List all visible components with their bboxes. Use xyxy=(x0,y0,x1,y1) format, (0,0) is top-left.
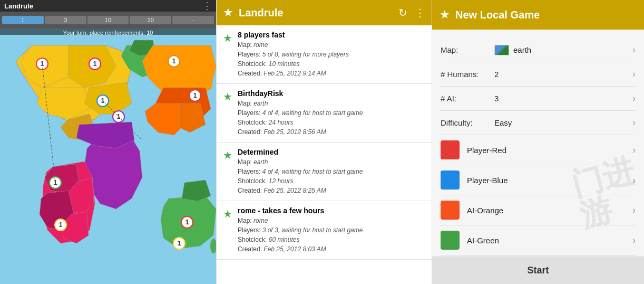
player-row[interactable]: Player-Blue › xyxy=(441,165,636,195)
middle-title: Landrule xyxy=(239,7,393,19)
player-color-swatch xyxy=(441,201,460,220)
difficulty-value-container: Easy xyxy=(494,118,626,127)
ai-chevron-icon: › xyxy=(632,93,636,104)
svg-text:1: 1 xyxy=(93,60,97,68)
player-color-swatch xyxy=(441,140,460,159)
player-color-swatch xyxy=(441,231,460,250)
map-value-container: earth xyxy=(494,45,626,55)
start-button-row[interactable]: Start xyxy=(432,257,644,284)
game-star-icon: ★ xyxy=(223,207,232,220)
game-details: Map: rome Players: 5 of 8, waiting for m… xyxy=(238,40,425,78)
refresh-icon[interactable]: ↻ xyxy=(398,6,407,19)
game-star-icon: ★ xyxy=(223,32,232,44)
svg-text:1: 1 xyxy=(59,221,63,229)
player-row[interactable]: Player-Red › xyxy=(441,135,636,165)
difficulty-setting-row[interactable]: Difficulty: Easy › xyxy=(441,111,636,135)
middle-panel: ★ Landrule ↻ ⋮ ★ 8 players fast Map: rom… xyxy=(216,0,432,284)
game-list: ★ 8 players fast Map: rome Players: 5 of… xyxy=(217,25,432,284)
map-value-text: earth xyxy=(513,45,531,54)
list-item[interactable]: ★ 8 players fast Map: rome Players: 5 of… xyxy=(217,25,432,84)
svg-text:1: 1 xyxy=(172,58,176,65)
svg-text:1: 1 xyxy=(193,92,197,99)
list-item[interactable]: ★ rome - takes a few hours Map: rome Pla… xyxy=(217,201,432,260)
middle-header-actions: ↻ ⋮ xyxy=(398,6,425,19)
humans-setting-row[interactable]: # Humans: 2 › xyxy=(441,62,636,87)
list-item[interactable]: ★ BirthdayRisk Map: earth Players: 4 of … xyxy=(217,84,432,143)
svg-point-23 xyxy=(210,239,216,253)
right-body: Map: earth › # Humans: 2 › # AI: 3 › Dif… xyxy=(432,30,644,257)
humans-value-container: 2 xyxy=(494,70,626,79)
game-details: Map: earth Players: 4 of 4, waiting for … xyxy=(238,99,425,137)
middle-header: ★ Landrule ↻ ⋮ xyxy=(217,0,432,25)
difficulty-chevron-icon: › xyxy=(632,117,636,128)
humans-value-text: 2 xyxy=(494,70,499,79)
svg-text:1: 1 xyxy=(178,240,181,247)
map-label: Map: xyxy=(441,45,488,54)
player-chevron-icon: › xyxy=(632,145,636,156)
left-title: Landrule xyxy=(4,2,33,10)
map-chevron-icon: › xyxy=(632,44,636,55)
middle-star-icon: ★ xyxy=(223,6,233,20)
humans-label: # Humans: xyxy=(441,70,488,79)
list-item[interactable]: ★ Determined Map: earth Players: 4 of 4,… xyxy=(217,143,432,201)
right-star-icon: ★ xyxy=(440,8,450,22)
turn-step-10[interactable]: 10 xyxy=(87,16,129,24)
difficulty-label: Difficulty: xyxy=(441,118,488,127)
game-title: rome - takes a few hours xyxy=(238,206,425,215)
game-title: BirthdayRisk xyxy=(238,89,425,98)
right-title: New Local Game xyxy=(455,9,540,21)
player-row[interactable]: AI-Green › xyxy=(441,225,636,255)
ai-value-text: 3 xyxy=(494,94,499,103)
map-area: 1 1 1 1 1 1 1 1 1 1 xyxy=(0,29,216,284)
player-name: AI-Green xyxy=(467,236,499,245)
game-info: 8 players fast Map: rome Players: 5 of 8… xyxy=(238,31,425,78)
left-panel: Landrule ⋮ 1 3 10 20 - Your turn, place … xyxy=(0,0,216,284)
game-title: Determined xyxy=(238,148,425,156)
turn-step-3[interactable]: 3 xyxy=(45,16,86,24)
svg-text:1: 1 xyxy=(186,219,189,226)
player-chevron-icon: › xyxy=(632,235,636,246)
middle-menu-icon[interactable]: ⋮ xyxy=(415,6,425,19)
difficulty-value-text: Easy xyxy=(494,118,512,127)
player-chevron-icon: › xyxy=(632,205,636,216)
left-header: Landrule ⋮ xyxy=(0,0,216,12)
player-chevron-icon: › xyxy=(632,175,636,186)
turn-step-20[interactable]: 20 xyxy=(130,16,171,24)
player-row[interactable]: AI-Orange › xyxy=(441,195,636,225)
right-header: ★ New Local Game xyxy=(432,0,644,30)
ai-value-container: 3 xyxy=(494,94,626,103)
ai-setting-row[interactable]: # AI: 3 › xyxy=(441,87,636,111)
game-details: Map: earth Players: 4 of 4, waiting for … xyxy=(238,157,425,195)
svg-point-11 xyxy=(204,74,212,90)
map-setting-row[interactable]: Map: earth › xyxy=(441,38,636,62)
left-menu-icon[interactable]: ⋮ xyxy=(202,0,212,12)
game-star-icon: ★ xyxy=(223,149,232,162)
turn-step-1[interactable]: 1 xyxy=(2,16,44,24)
right-panel: ★ New Local Game Map: earth › # Humans: … xyxy=(432,0,644,284)
ai-label: # AI: xyxy=(441,94,488,103)
player-name: Player-Red xyxy=(467,146,506,155)
player-name: Player-Blue xyxy=(467,176,508,185)
turn-step-dash[interactable]: - xyxy=(172,16,214,24)
humans-chevron-icon: › xyxy=(632,69,636,80)
svg-text:1: 1 xyxy=(54,179,57,186)
player-name: AI-Orange xyxy=(467,206,503,215)
game-info: rome - takes a few hours Map: rome Playe… xyxy=(238,206,425,254)
start-button[interactable]: Start xyxy=(527,265,549,276)
game-title: 8 players fast xyxy=(238,31,425,39)
game-star-icon: ★ xyxy=(223,90,232,103)
player-rows-container: Player-Red › Player-Blue › AI-Orange › A… xyxy=(441,135,636,257)
player-color-swatch xyxy=(441,171,460,190)
map-globe-icon xyxy=(494,45,509,55)
game-details: Map: rome Players: 3 of 3, waiting for h… xyxy=(238,216,425,254)
player-row[interactable]: AI-Yellow › xyxy=(441,255,636,257)
game-info: Determined Map: earth Players: 4 of 4, w… xyxy=(238,148,425,195)
turn-bar: 1 3 10 20 - xyxy=(0,12,216,29)
game-info: BirthdayRisk Map: earth Players: 4 of 4,… xyxy=(238,89,425,137)
